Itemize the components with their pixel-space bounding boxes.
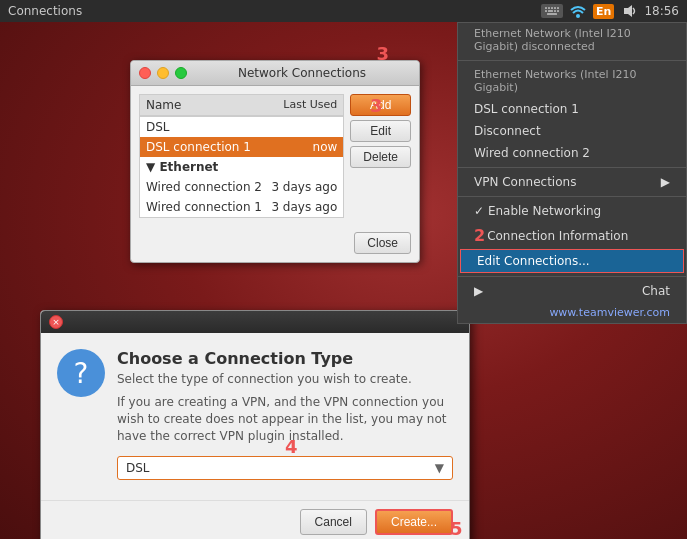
ethernet2-title: Ethernet Networks (Intel I210 Gigabit): [458, 64, 686, 98]
window-close-btn[interactable]: [139, 67, 151, 79]
dialog-content: Choose a Connection Type Select the type…: [117, 349, 453, 484]
dsl-last-used: now: [313, 140, 338, 154]
chat-label: Chat: [642, 284, 670, 298]
dialog-body: ? Choose a Connection Type Select the ty…: [41, 333, 469, 500]
svg-rect-3: [551, 7, 553, 9]
window-footer: Close: [139, 226, 411, 254]
dsl-label: DSL: [146, 120, 170, 134]
dialog-question-icon: ?: [57, 349, 105, 397]
chat-arrow-icon: ▶: [474, 284, 483, 298]
wired2-last: 3 days ago: [271, 180, 337, 194]
step2-badge: 2: [474, 226, 485, 245]
volume-icon[interactable]: [620, 2, 638, 20]
network-status-icon[interactable]: [569, 2, 587, 20]
window-titlebar: Network Connections: [131, 61, 419, 86]
dialog-close-btn[interactable]: ×: [49, 315, 63, 329]
wired2-row[interactable]: Wired connection 2 3 days ago: [140, 177, 343, 197]
dialog-titlebar: ×: [41, 311, 469, 333]
vpn-label: VPN Connections: [474, 175, 576, 189]
dsl-connection-name: DSL connection 1: [146, 140, 251, 154]
network-connections-window: Network Connections Name Last Used DSL D…: [130, 60, 420, 263]
menu-separator-2: [458, 167, 686, 168]
connection-info-item: 2 Connection Information: [458, 222, 686, 249]
step3-badge: 3: [376, 43, 389, 64]
cancel-button[interactable]: Cancel: [300, 509, 367, 535]
dsl-group-header: DSL: [140, 117, 343, 137]
network-dropdown-menu: Ethernet Network (Intel I210 Gigabit) di…: [457, 22, 687, 324]
menu-separator-4: [458, 276, 686, 277]
svg-marker-12: [624, 5, 632, 17]
svg-rect-2: [548, 7, 550, 9]
create-label: Create...: [391, 515, 437, 529]
wired1-row[interactable]: Wired connection 1 3 days ago: [140, 197, 343, 217]
menu-separator-1: [458, 60, 686, 61]
delete-button[interactable]: Delete: [350, 146, 411, 168]
connection-type-select[interactable]: DSL ▼: [117, 456, 453, 480]
svg-rect-8: [554, 10, 556, 12]
dialog-footer: Cancel Create... 5: [41, 500, 469, 539]
vpn-connections-item[interactable]: VPN Connections ▶: [458, 171, 686, 193]
connection-table: DSL DSL connection 1 now ▼ Ethernet Wire…: [139, 116, 344, 218]
connection-info-label[interactable]: Connection Information: [487, 229, 628, 243]
wired-connection-item[interactable]: Wired connection 2: [458, 142, 686, 164]
wired1-name: Wired connection 1: [146, 200, 262, 214]
enable-networking-item[interactable]: Enable Networking: [458, 200, 686, 222]
dialog-title: Choose a Connection Type: [117, 349, 453, 368]
vpn-arrow-icon: ▶: [661, 175, 670, 189]
choose-connection-dialog: × ? Choose a Connection Type Select the …: [40, 310, 470, 539]
edit-connections-item[interactable]: Edit Connections...: [460, 249, 684, 273]
select-arrow-icon: ▼: [435, 461, 444, 475]
window-min-btn[interactable]: [157, 67, 169, 79]
select-wrapper-container: 4 DSL ▼: [117, 456, 453, 480]
svg-rect-10: [547, 13, 557, 15]
panel-right: En 18:56: [541, 2, 679, 20]
step3-add-badge: 3: [370, 95, 383, 116]
window-max-btn[interactable]: [175, 67, 187, 79]
language-badge[interactable]: En: [593, 4, 614, 19]
ethernet-group-header: ▼ Ethernet: [140, 157, 343, 177]
svg-rect-7: [548, 10, 553, 12]
col-name: Name: [146, 98, 181, 112]
panel-time: 18:56: [644, 4, 679, 18]
svg-rect-4: [554, 7, 556, 9]
disconnect-item[interactable]: Disconnect: [458, 120, 686, 142]
create-button[interactable]: Create...: [375, 509, 453, 535]
dialog-subtitle: Select the type of connection you wish t…: [117, 372, 453, 386]
selected-type-text: DSL: [126, 461, 435, 475]
wired2-name: Wired connection 2: [146, 180, 262, 194]
ethernet-group-label: ▼ Ethernet: [146, 160, 218, 174]
menu-separator-3: [458, 196, 686, 197]
dsl-connection-item[interactable]: DSL connection 1: [458, 98, 686, 120]
connection-list: Name Last Used DSL DSL connection 1 now …: [139, 94, 344, 226]
panel-app-name: Connections: [8, 4, 82, 18]
edit-button[interactable]: Edit: [350, 120, 411, 142]
svg-point-11: [576, 14, 580, 18]
svg-rect-6: [545, 10, 547, 12]
dsl-connection-row[interactable]: DSL connection 1 now: [140, 137, 343, 157]
step5-create-badge: 5: [450, 518, 463, 539]
col-last-used: Last Used: [283, 98, 337, 112]
keyboard-icon[interactable]: [541, 4, 563, 18]
table-header: Name Last Used: [139, 94, 344, 116]
teamviewer-link[interactable]: www.teamviewer.com: [458, 302, 686, 323]
wired1-last: 3 days ago: [271, 200, 337, 214]
close-button[interactable]: Close: [354, 232, 411, 254]
chat-item[interactable]: ▶ Chat: [458, 280, 686, 302]
svg-rect-9: [557, 10, 559, 12]
desktop: Connections: [0, 0, 687, 539]
step4-badge: 4: [285, 436, 298, 457]
svg-rect-1: [545, 7, 547, 9]
svg-rect-5: [557, 7, 559, 9]
top-panel: Connections: [0, 0, 687, 22]
window-title: Network Connections: [193, 66, 411, 80]
ethernet-disconnected-title: Ethernet Network (Intel I210 Gigabit) di…: [458, 23, 686, 57]
